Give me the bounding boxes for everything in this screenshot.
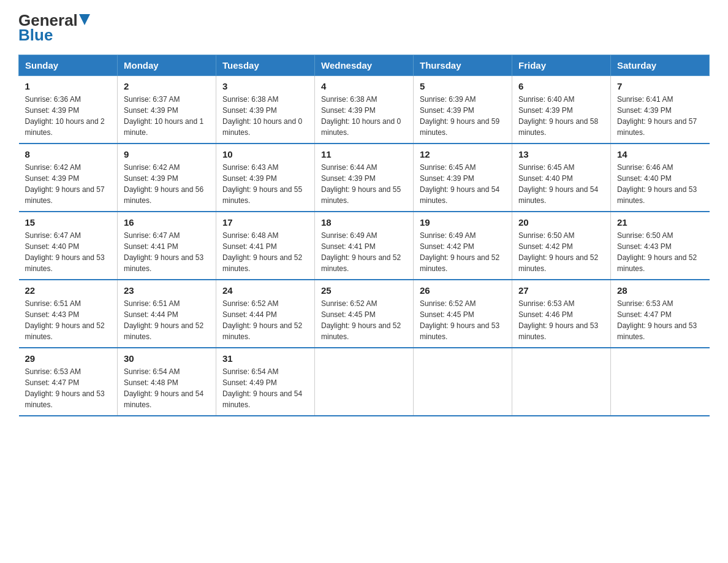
weekday-header-saturday: Saturday: [611, 55, 710, 76]
calendar-cell: [315, 348, 414, 416]
day-info: Sunrise: 6:49 AMSunset: 4:42 PMDaylight:…: [420, 230, 506, 274]
day-number: 27: [518, 285, 604, 296]
calendar-cell: 17Sunrise: 6:48 AMSunset: 4:41 PMDayligh…: [216, 212, 315, 280]
day-info: Sunrise: 6:51 AMSunset: 4:43 PMDaylight:…: [25, 298, 112, 342]
calendar-cell: 21Sunrise: 6:50 AMSunset: 4:43 PMDayligh…: [611, 212, 710, 280]
day-info: Sunrise: 6:46 AMSunset: 4:40 PMDaylight:…: [617, 162, 703, 206]
day-info: Sunrise: 6:36 AMSunset: 4:39 PMDaylight:…: [25, 94, 112, 138]
day-number: 19: [420, 217, 506, 228]
day-info: Sunrise: 6:39 AMSunset: 4:39 PMDaylight:…: [420, 94, 506, 138]
day-number: 26: [420, 285, 506, 296]
calendar-cell: 26Sunrise: 6:52 AMSunset: 4:45 PMDayligh…: [414, 280, 512, 348]
day-number: 29: [25, 353, 112, 364]
day-number: 30: [124, 353, 210, 364]
logo: General Blue: [18, 12, 90, 45]
calendar-cell: 7Sunrise: 6:41 AMSunset: 4:39 PMDaylight…: [611, 76, 710, 144]
calendar-cell: 3Sunrise: 6:38 AMSunset: 4:39 PMDaylight…: [216, 76, 315, 144]
day-number: 24: [222, 285, 308, 296]
day-number: 7: [617, 81, 703, 91]
day-info: Sunrise: 6:54 AMSunset: 4:48 PMDaylight:…: [124, 366, 210, 410]
day-number: 4: [321, 81, 407, 91]
day-info: Sunrise: 6:49 AMSunset: 4:41 PMDaylight:…: [321, 230, 407, 274]
calendar-cell: [512, 348, 611, 416]
day-number: 17: [222, 217, 308, 228]
calendar-cell: 2Sunrise: 6:37 AMSunset: 4:39 PMDaylight…: [118, 76, 216, 144]
calendar-table: SundayMondayTuesdayWednesdayThursdayFrid…: [18, 55, 710, 416]
day-number: 6: [518, 81, 604, 91]
calendar-cell: 23Sunrise: 6:51 AMSunset: 4:44 PMDayligh…: [118, 280, 216, 348]
calendar-cell: 25Sunrise: 6:52 AMSunset: 4:45 PMDayligh…: [315, 280, 414, 348]
day-info: Sunrise: 6:40 AMSunset: 4:39 PMDaylight:…: [518, 94, 604, 138]
day-info: Sunrise: 6:42 AMSunset: 4:39 PMDaylight:…: [25, 162, 112, 206]
day-number: 25: [321, 285, 407, 296]
day-info: Sunrise: 6:38 AMSunset: 4:39 PMDaylight:…: [222, 94, 308, 138]
day-info: Sunrise: 6:41 AMSunset: 4:39 PMDaylight:…: [617, 94, 703, 138]
day-number: 12: [420, 149, 506, 159]
weekday-header-row: SundayMondayTuesdayWednesdayThursdayFrid…: [19, 55, 710, 76]
calendar-cell: 16Sunrise: 6:47 AMSunset: 4:41 PMDayligh…: [118, 212, 216, 280]
calendar-cell: 13Sunrise: 6:45 AMSunset: 4:40 PMDayligh…: [512, 144, 611, 212]
day-number: 1: [25, 81, 112, 91]
calendar-cell: 31Sunrise: 6:54 AMSunset: 4:49 PMDayligh…: [216, 348, 315, 416]
day-number: 9: [124, 149, 210, 159]
day-info: Sunrise: 6:38 AMSunset: 4:39 PMDaylight:…: [321, 94, 407, 138]
calendar-cell: 9Sunrise: 6:42 AMSunset: 4:39 PMDaylight…: [118, 144, 216, 212]
day-info: Sunrise: 6:43 AMSunset: 4:39 PMDaylight:…: [222, 162, 308, 206]
calendar-cell: 14Sunrise: 6:46 AMSunset: 4:40 PMDayligh…: [611, 144, 710, 212]
calendar-cell: 19Sunrise: 6:49 AMSunset: 4:42 PMDayligh…: [414, 212, 512, 280]
calendar-cell: 5Sunrise: 6:39 AMSunset: 4:39 PMDaylight…: [414, 76, 512, 144]
day-info: Sunrise: 6:37 AMSunset: 4:39 PMDaylight:…: [124, 94, 210, 138]
day-number: 11: [321, 149, 407, 159]
logo-blue-text: Blue: [18, 26, 53, 45]
weekday-header-wednesday: Wednesday: [315, 55, 414, 76]
calendar-cell: 18Sunrise: 6:49 AMSunset: 4:41 PMDayligh…: [315, 212, 414, 280]
calendar-cell: [414, 348, 512, 416]
day-info: Sunrise: 6:45 AMSunset: 4:39 PMDaylight:…: [420, 162, 506, 206]
day-number: 20: [518, 217, 604, 228]
logo-triangle-icon: [79, 14, 90, 25]
day-number: 21: [617, 217, 703, 228]
page-header: General Blue: [18, 12, 710, 45]
day-info: Sunrise: 6:53 AMSunset: 4:47 PMDaylight:…: [25, 366, 112, 410]
calendar-cell: 12Sunrise: 6:45 AMSunset: 4:39 PMDayligh…: [414, 144, 512, 212]
weekday-header-sunday: Sunday: [19, 55, 118, 76]
calendar-cell: 28Sunrise: 6:53 AMSunset: 4:47 PMDayligh…: [611, 280, 710, 348]
day-info: Sunrise: 6:53 AMSunset: 4:47 PMDaylight:…: [617, 298, 703, 342]
day-info: Sunrise: 6:52 AMSunset: 4:45 PMDaylight:…: [321, 298, 407, 342]
week-row-1: 1Sunrise: 6:36 AMSunset: 4:39 PMDaylight…: [19, 76, 710, 144]
calendar-cell: 22Sunrise: 6:51 AMSunset: 4:43 PMDayligh…: [19, 280, 118, 348]
calendar-cell: 27Sunrise: 6:53 AMSunset: 4:46 PMDayligh…: [512, 280, 611, 348]
day-info: Sunrise: 6:53 AMSunset: 4:46 PMDaylight:…: [518, 298, 604, 342]
day-number: 2: [124, 81, 210, 91]
day-info: Sunrise: 6:54 AMSunset: 4:49 PMDaylight:…: [222, 366, 308, 410]
day-number: 15: [25, 217, 112, 228]
weekday-header-thursday: Thursday: [414, 55, 512, 76]
day-info: Sunrise: 6:48 AMSunset: 4:41 PMDaylight:…: [222, 230, 308, 274]
calendar-cell: 8Sunrise: 6:42 AMSunset: 4:39 PMDaylight…: [19, 144, 118, 212]
calendar-cell: 24Sunrise: 6:52 AMSunset: 4:44 PMDayligh…: [216, 280, 315, 348]
day-number: 5: [420, 81, 506, 91]
weekday-header-friday: Friday: [512, 55, 611, 76]
day-number: 16: [124, 217, 210, 228]
week-row-5: 29Sunrise: 6:53 AMSunset: 4:47 PMDayligh…: [19, 348, 710, 416]
week-row-4: 22Sunrise: 6:51 AMSunset: 4:43 PMDayligh…: [19, 280, 710, 348]
calendar-cell: 20Sunrise: 6:50 AMSunset: 4:42 PMDayligh…: [512, 212, 611, 280]
calendar-cell: 1Sunrise: 6:36 AMSunset: 4:39 PMDaylight…: [19, 76, 118, 144]
day-info: Sunrise: 6:44 AMSunset: 4:39 PMDaylight:…: [321, 162, 407, 206]
day-number: 23: [124, 285, 210, 296]
day-number: 14: [617, 149, 703, 159]
day-info: Sunrise: 6:47 AMSunset: 4:40 PMDaylight:…: [25, 230, 112, 274]
day-number: 3: [222, 81, 308, 91]
day-info: Sunrise: 6:47 AMSunset: 4:41 PMDaylight:…: [124, 230, 210, 274]
day-info: Sunrise: 6:52 AMSunset: 4:45 PMDaylight:…: [420, 298, 506, 342]
day-info: Sunrise: 6:42 AMSunset: 4:39 PMDaylight:…: [124, 162, 210, 206]
calendar-cell: 29Sunrise: 6:53 AMSunset: 4:47 PMDayligh…: [19, 348, 118, 416]
calendar-cell: [611, 348, 710, 416]
day-number: 13: [518, 149, 604, 159]
svg-marker-0: [79, 14, 90, 25]
calendar-cell: 6Sunrise: 6:40 AMSunset: 4:39 PMDaylight…: [512, 76, 611, 144]
day-info: Sunrise: 6:50 AMSunset: 4:43 PMDaylight:…: [617, 230, 703, 274]
day-info: Sunrise: 6:52 AMSunset: 4:44 PMDaylight:…: [222, 298, 308, 342]
week-row-2: 8Sunrise: 6:42 AMSunset: 4:39 PMDaylight…: [19, 144, 710, 212]
calendar-cell: 11Sunrise: 6:44 AMSunset: 4:39 PMDayligh…: [315, 144, 414, 212]
